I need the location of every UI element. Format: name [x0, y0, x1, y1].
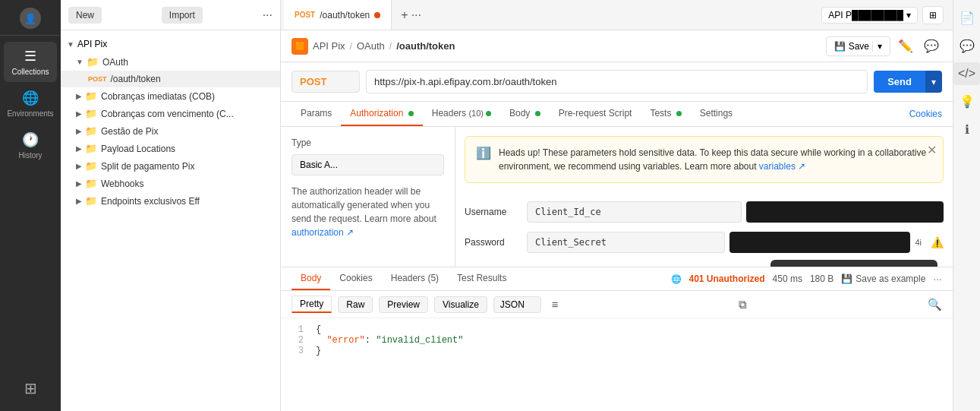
tree-folder-webhooks[interactable]: ▶ 📁 Webhooks: [61, 175, 280, 192]
folder-webhooks-label: Webhooks: [101, 179, 143, 189]
tree-folder-cobrancas-imediatas[interactable]: ▶ 📁 Cobranças imediatas (COB): [61, 87, 280, 105]
panel-header: New Import ···: [61, 0, 280, 30]
username-label: Username: [465, 207, 518, 217]
sidebar-more-btn[interactable]: ⊞: [20, 375, 42, 402]
save-button[interactable]: 💾 Save ▾: [826, 36, 890, 56]
auth-learn-more-link[interactable]: authorization ↗: [291, 227, 354, 238]
history-icon: 🕐: [22, 131, 39, 148]
tab-body[interactable]: Body: [500, 102, 550, 126]
panel-more-btn[interactable]: ···: [263, 8, 273, 22]
req-tabs: Params Authorization Headers (10) Body P…: [281, 102, 953, 127]
filter-icon-btn[interactable]: ≡: [552, 298, 559, 311]
request-row: POST GET PUT DELETE Send ▾: [281, 62, 953, 102]
tree-folder-gestao-pix[interactable]: ▶ 📁 Gestão de Pix: [61, 122, 280, 140]
tab-params[interactable]: Params: [291, 102, 341, 126]
save-label: Save: [849, 41, 869, 52]
sidebar-item-collections[interactable]: ☰ Collections: [4, 42, 57, 82]
breadcrumb-current: /oauth/token: [396, 40, 455, 52]
edit-icon-btn[interactable]: ✏️: [895, 36, 916, 56]
tab-settings[interactable]: Settings: [691, 102, 742, 126]
logo-text: 🟧: [295, 42, 304, 50]
format-visualize-btn[interactable]: Visualize: [434, 296, 487, 313]
send-button[interactable]: Send: [874, 71, 925, 93]
right-panel-info-btn[interactable]: ℹ: [960, 118, 974, 141]
save-dropdown-arrow[interactable]: ▾: [872, 41, 882, 52]
auth-fields: Username Password 4i ⚠️: [455, 192, 953, 267]
folder-cobv-label: Cobranças com vencimento (C...: [101, 109, 234, 119]
right-panel-light-btn[interactable]: 💡: [955, 90, 979, 113]
sidebar-item-collections-label: Collections: [12, 68, 49, 76]
code-line-2: 2 "error": "invalid_client": [291, 335, 942, 346]
sidebar-item-environments[interactable]: 🌐 Environments: [4, 84, 57, 124]
env-manage-btn[interactable]: ⊞: [922, 6, 944, 24]
sidebar-item-environments-label: Environments: [7, 109, 53, 118]
env-selector[interactable]: API P████████ ▾: [821, 7, 918, 24]
new-collection-button[interactable]: New: [68, 7, 102, 24]
tab-oauth-token[interactable]: POST /oauth/token: [284, 0, 392, 30]
comment-icon-btn[interactable]: 💬: [921, 36, 942, 56]
send-dropdown-button[interactable]: ▾: [925, 71, 942, 93]
tree-folder-split[interactable]: ▶ 📁 Split de pagamento Pix: [61, 157, 280, 175]
auth-type-select[interactable]: Basic A... No Auth Bearer Token OAuth 2.…: [291, 154, 444, 175]
right-panel-code-btn[interactable]: </>: [953, 62, 980, 85]
tab-pre-request-script[interactable]: Pre-request Script: [550, 102, 641, 126]
tree-item-post-oauth-token[interactable]: POST /oauth/token: [61, 71, 280, 87]
copy-response-btn[interactable]: ⧉: [739, 298, 747, 311]
tab-headers[interactable]: Headers (10): [423, 102, 500, 126]
password-input[interactable]: [527, 232, 725, 253]
username-redacted: [746, 201, 944, 223]
import-button[interactable]: Import: [162, 7, 203, 24]
folder-icon: 📁: [87, 56, 99, 68]
tab-authorization[interactable]: Authorization: [341, 102, 422, 126]
auth-description-text: The authorization header will be automat…: [291, 186, 436, 224]
collections-panel: New Import ··· ▼ API Pix ▼ 📁 OAuth POST …: [61, 0, 281, 411]
chevron-right-icon: ▶: [76, 127, 82, 135]
right-panel-comment-btn[interactable]: 💬: [955, 34, 979, 58]
breadcrumb-oauth[interactable]: OAuth: [357, 40, 385, 52]
breadcrumb-api-pix[interactable]: API Pix: [313, 40, 345, 52]
tree-folder-oauth[interactable]: ▼ 📁 OAuth: [61, 53, 280, 71]
format-preview-btn[interactable]: Preview: [379, 296, 428, 313]
method-select[interactable]: POST GET PUT DELETE: [291, 71, 360, 93]
format-pretty-btn[interactable]: Pretty: [291, 296, 332, 313]
password-row: Password 4i ⚠️: [465, 232, 944, 253]
alert-text-content: Heads up! These parameters hold sensitiv…: [499, 147, 926, 172]
alert-variables-link[interactable]: variables ↗: [759, 161, 805, 172]
response-tab-body[interactable]: Body: [291, 267, 330, 290]
cookies-link[interactable]: Cookies: [909, 109, 942, 119]
new-tab-button[interactable]: +: [401, 8, 408, 22]
tree-folder-endpoints[interactable]: ▶ 📁 Endpoints exclusivos Eff: [61, 192, 280, 210]
tab-tests[interactable]: Tests: [641, 102, 690, 126]
tree-folder-cobrancas-vencimento[interactable]: ▶ 📁 Cobranças com vencimento (C...: [61, 105, 280, 122]
panel-tree: ▼ API Pix ▼ 📁 OAuth POST /oauth/token ▶ …: [61, 30, 280, 411]
sidebar-item-history[interactable]: 🕐 History: [4, 125, 57, 166]
method-badge-post: POST: [88, 75, 107, 83]
alert-text: Heads up! These parameters hold sensitiv…: [499, 146, 932, 173]
response-time: 450 ms: [773, 273, 802, 284]
more-tabs-button[interactable]: ···: [411, 8, 421, 22]
chevron-right-icon: ▶: [76, 92, 82, 100]
tree-folder-payload[interactable]: ▶ 📁 Payload Locations: [61, 140, 280, 157]
url-input[interactable]: [366, 70, 868, 93]
format-raw-btn[interactable]: Raw: [338, 296, 373, 313]
request-label-oauth-token: /oauth/token: [111, 74, 161, 84]
alert-close-button[interactable]: ✕: [927, 143, 937, 157]
folder-icon: 📁: [85, 195, 97, 207]
username-row: Username: [465, 201, 944, 223]
save-example-button[interactable]: 💾 Save as example: [841, 273, 925, 284]
tree-root-api-pix[interactable]: ▼ API Pix: [61, 35, 280, 53]
response-tab-test-results[interactable]: Test Results: [448, 267, 515, 290]
alert-banner: ℹ️ Heads up! These parameters hold sensi…: [465, 136, 944, 183]
right-panel-docs-btn[interactable]: 📄: [955, 6, 979, 30]
response-more-btn[interactable]: ···: [933, 273, 942, 285]
search-response-btn[interactable]: 🔍: [928, 298, 942, 311]
response-status: 🌐 401 Unauthorized 450 ms 180 B 💾 Save a…: [671, 273, 942, 285]
format-json-select[interactable]: JSON Text HTML XML: [493, 296, 541, 313]
username-input[interactable]: [527, 201, 742, 223]
response-tabs: Body Cookies Headers (5) Test Results 🌐 …: [281, 267, 953, 291]
tab-method-badge: POST: [295, 11, 315, 19]
response-tab-headers[interactable]: Headers (5): [382, 267, 448, 290]
response-tab-cookies[interactable]: Cookies: [330, 267, 381, 290]
headers-count: (10): [468, 109, 484, 118]
main-area: POST /oauth/token + ··· API P████████ ▾ …: [281, 0, 953, 411]
